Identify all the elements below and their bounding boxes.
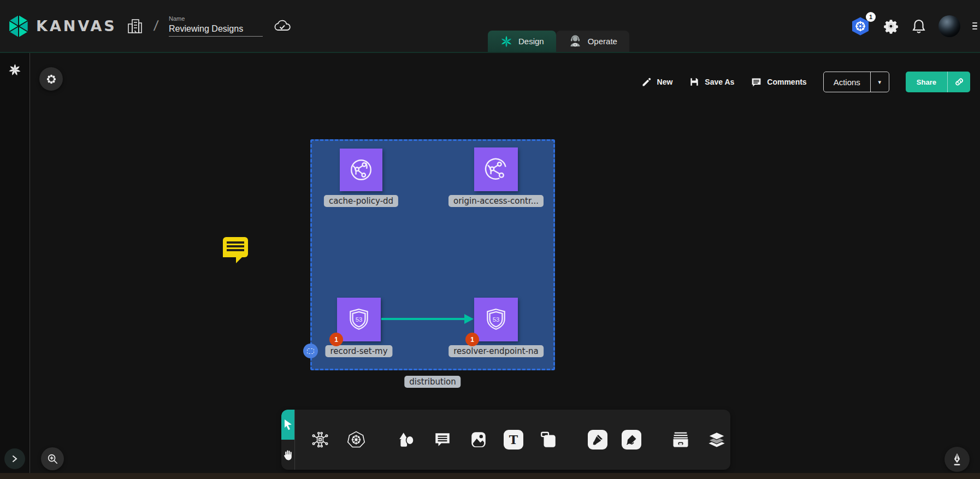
- operator-headset-icon: [568, 34, 582, 49]
- node-origin-access-control[interactable]: [474, 147, 518, 191]
- freehand-draw-tool-icon[interactable]: [622, 430, 641, 450]
- kubernetes-context-button[interactable]: 1: [850, 16, 871, 37]
- badge-resolver-endpoint[interactable]: 1: [465, 333, 479, 346]
- node-resolver-endpoint[interactable]: 53: [474, 298, 518, 341]
- pencil-icon: [641, 76, 652, 87]
- route53-glyph: 53: [356, 316, 363, 323]
- drawing-tools: [574, 410, 656, 470]
- canvas[interactable]: New Save As: [30, 53, 980, 479]
- meshery-spiral-icon[interactable]: [8, 63, 22, 77]
- design-name-input[interactable]: [169, 23, 263, 37]
- shapes-tool-icon[interactable]: [395, 429, 417, 451]
- pan-hand-tool[interactable]: [281, 440, 294, 470]
- layers-tool-icon[interactable]: [706, 429, 728, 451]
- pen-nib-button[interactable]: [944, 447, 970, 472]
- actions-button[interactable]: Actions ▾: [823, 72, 889, 92]
- edge-arrowhead: [464, 314, 474, 324]
- group-selection-handle[interactable]: [303, 344, 318, 358]
- node-record-set[interactable]: 53: [337, 298, 381, 341]
- left-rail: [0, 53, 30, 479]
- actions-label: Actions: [824, 72, 870, 92]
- comments-button[interactable]: Comments: [751, 76, 806, 88]
- canvas-comment-marker[interactable]: [223, 237, 248, 257]
- design-name-label: Name: [169, 15, 263, 22]
- settings-gear-icon[interactable]: [883, 18, 899, 34]
- text-tool-glyph: T: [509, 433, 518, 447]
- comment-lines-icon: [227, 241, 244, 251]
- design-action-bar: New Save As: [641, 72, 970, 92]
- new-label: New: [657, 78, 673, 86]
- tab-design[interactable]: Design: [488, 31, 556, 52]
- new-button[interactable]: New: [641, 76, 673, 87]
- save-as-button[interactable]: Save As: [689, 76, 734, 87]
- group-label-distribution[interactable]: distribution: [404, 376, 461, 388]
- kanvas-app: KANVAS / Name: [0, 0, 980, 479]
- badge-record-set[interactable]: 1: [329, 333, 343, 346]
- header-left: KANVAS / Name: [8, 0, 292, 52]
- expand-sidebar-button[interactable]: [4, 448, 25, 469]
- image-tool-icon[interactable]: [468, 429, 489, 451]
- app-header: KANVAS / Name: [0, 0, 980, 52]
- copy-link-icon[interactable]: [947, 72, 970, 92]
- kanvas-logo[interactable]: KANVAS: [8, 14, 117, 38]
- kubernetes-context-badge: 1: [866, 12, 876, 22]
- node-label-resolver-endpoint[interactable]: resolver-endpoint-na: [448, 345, 544, 357]
- mode-tabs: Design Operate: [488, 31, 629, 52]
- design-flower-icon: [500, 35, 513, 48]
- edge-record-to-resolver[interactable]: [381, 318, 464, 320]
- notifications-bell-icon[interactable]: [911, 18, 926, 34]
- comment-tool-icon[interactable]: [432, 429, 453, 451]
- share-button[interactable]: Share: [906, 72, 970, 92]
- node-label-origin-access[interactable]: origin-access-contr...: [448, 195, 544, 207]
- pointer-tools-column: [281, 410, 295, 470]
- edge-menu-icon[interactable]: [972, 22, 977, 30]
- share-label: Share: [906, 72, 947, 92]
- tab-design-label: Design: [518, 37, 544, 46]
- mesh-sync-icon[interactable]: [309, 429, 331, 451]
- text-tool-icon[interactable]: T: [504, 430, 523, 450]
- app-body: New Save As: [0, 52, 980, 479]
- breadcrumb-separator: /: [152, 17, 161, 34]
- components-drawer-icon[interactable]: [670, 429, 692, 451]
- panel-tools: ?: [656, 410, 730, 470]
- actions-caret-icon[interactable]: ▾: [870, 72, 889, 92]
- kanvas-hexagon-icon: [8, 14, 29, 38]
- organization-icon[interactable]: [127, 17, 143, 35]
- tab-operate[interactable]: Operate: [556, 31, 629, 52]
- zoom-in-button[interactable]: [41, 447, 64, 470]
- note-tool-icon[interactable]: [538, 429, 559, 451]
- save-as-label: Save As: [705, 78, 734, 86]
- header-right: 1: [850, 0, 980, 52]
- cloud-saved-icon: [273, 19, 292, 34]
- kubernetes-tool-icon[interactable]: [345, 429, 367, 451]
- user-avatar[interactable]: [938, 15, 960, 37]
- infrastructure-tools: [295, 410, 381, 470]
- design-name-field: Name: [169, 15, 263, 37]
- node-label-record-set[interactable]: record-set-my: [325, 345, 392, 357]
- select-tool[interactable]: [281, 410, 294, 440]
- window-bottom-edge: [0, 473, 980, 479]
- node-label-cache-policy[interactable]: cache-policy-dd: [324, 195, 398, 207]
- canvas-widgets-button[interactable]: [39, 67, 63, 91]
- canvas-toolbar: T: [281, 410, 730, 470]
- comments-bubble-icon: [751, 76, 762, 88]
- comment-tail: [236, 257, 243, 263]
- floppy-save-icon: [689, 76, 700, 87]
- edge-style-tool-icon[interactable]: [588, 430, 607, 450]
- node-cache-policy[interactable]: [340, 149, 382, 191]
- route53-glyph: 53: [493, 316, 500, 323]
- annotation-tools: T: [381, 410, 574, 470]
- brand-name: KANVAS: [36, 17, 117, 34]
- tab-operate-label: Operate: [588, 37, 617, 46]
- comments-label: Comments: [767, 78, 806, 86]
